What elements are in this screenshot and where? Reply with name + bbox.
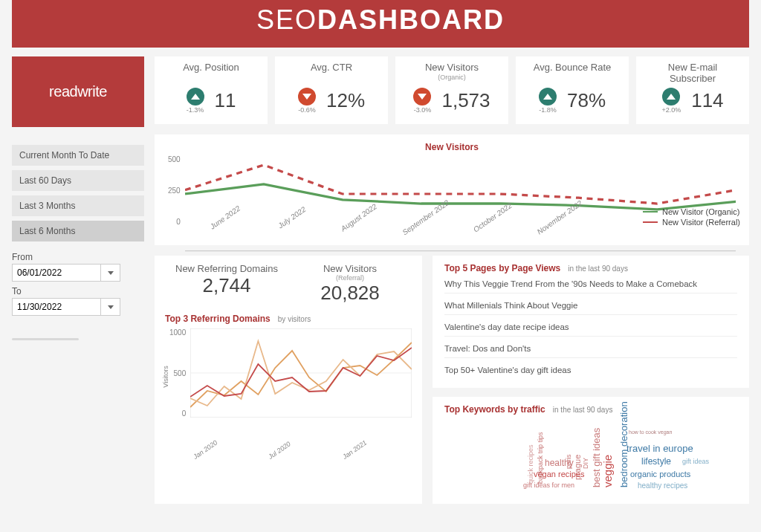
trend-up-icon bbox=[662, 88, 680, 106]
to-label: To bbox=[12, 286, 144, 296]
to-date-input[interactable] bbox=[12, 298, 101, 316]
top3-note: by visitors bbox=[278, 315, 311, 323]
visitors-yaxis: 500 250 0 bbox=[168, 155, 185, 226]
sidebar-divider bbox=[12, 338, 79, 340]
top-pages-list: Why This Veggie Trend From the '90s Need… bbox=[444, 279, 737, 379]
top-pages-panel: Top 5 Pages by Page Viewsin the last 90 … bbox=[433, 256, 749, 388]
keyword-wordcloud: travel in europelifestylegift ideasorgan… bbox=[444, 421, 737, 495]
to-date-dropdown[interactable] bbox=[101, 298, 120, 316]
kpi-avg-position: Avg. Position -1.3% 11 bbox=[155, 56, 268, 124]
visitors-legend: New Visitor (Organic) New Visitor (Refer… bbox=[643, 207, 740, 228]
kpi-avg-ctr: Avg. CTR -0.6% 12% bbox=[275, 56, 388, 124]
top-keywords-note: in the last 90 days bbox=[553, 406, 613, 414]
visitors-chart-title: New Visitors bbox=[168, 142, 736, 152]
banner-title-bold: DASHBOARD bbox=[317, 4, 505, 35]
keyword-tag[interactable]: healthy recipes bbox=[638, 481, 687, 490]
keyword-tag[interactable]: lifestyle bbox=[641, 456, 671, 467]
page-item[interactable]: Top 50+ Valentine's day gift ideas bbox=[444, 366, 737, 379]
kpi-delta: -1.8% bbox=[539, 107, 557, 114]
kpi-title: New Visitors bbox=[425, 62, 479, 73]
from-date-input[interactable] bbox=[12, 264, 101, 282]
keyword-tag[interactable]: veggie bbox=[601, 455, 614, 487]
ref-visitors-value: 20,828 bbox=[288, 282, 412, 305]
kpi-value: 12% bbox=[326, 89, 365, 112]
kpi-value: 114 bbox=[691, 89, 723, 112]
kpi-delta: +2.0% bbox=[661, 107, 681, 114]
kpi-delta: -1.3% bbox=[187, 107, 204, 114]
header-banner: SEODASHBOARD bbox=[12, 0, 749, 48]
kpi-delta: -0.6% bbox=[298, 107, 316, 114]
page-item[interactable]: Valentine's day date recipe ideas bbox=[444, 322, 737, 337]
keyword-tag[interactable]: DIY bbox=[582, 458, 589, 469]
legend-organic: New Visitor (Organic) bbox=[662, 207, 739, 216]
keyword-tag[interactable]: how to cook vegan bbox=[629, 429, 672, 435]
sidebar: readwrite Current Month To Date Last 60 … bbox=[12, 56, 144, 504]
trend-down-icon bbox=[413, 88, 431, 106]
kpi-title: Avg. Position bbox=[183, 62, 239, 73]
kpi-title: Avg. CTR bbox=[311, 62, 352, 73]
date-range-list: Current Month To Date Last 60 Days Last … bbox=[12, 145, 144, 241]
range-btn-60days[interactable]: Last 60 Days bbox=[12, 170, 144, 191]
kpi-title: New E-mail Subscriber bbox=[668, 62, 717, 84]
from-date-dropdown[interactable] bbox=[101, 264, 120, 282]
top-keywords-title: Top Keywords by traffic bbox=[444, 404, 545, 415]
ref-visitors-label: New Visitors bbox=[323, 263, 377, 274]
top3-line-chart bbox=[190, 328, 412, 418]
kpi-value: 11 bbox=[215, 89, 236, 112]
keyword-tag[interactable]: bedroom decoration bbox=[618, 401, 629, 487]
from-label: From bbox=[12, 252, 144, 262]
kpi-email-subscriber: New E-mail Subscriber +2.0% 114 bbox=[636, 56, 749, 124]
keyword-tag[interactable]: healthy bbox=[545, 458, 574, 468]
top-pages-title: Top 5 Pages by Page Views bbox=[444, 263, 560, 273]
kpi-delta: -3.0% bbox=[414, 107, 432, 114]
banner-title-light: SEO bbox=[256, 4, 317, 35]
trend-up-icon bbox=[539, 88, 557, 106]
kpi-row: Avg. Position -1.3% 11 Avg. CTR -0.6% 12… bbox=[155, 56, 749, 124]
ref-visitors-sub: (Referral) bbox=[288, 274, 412, 282]
referring-panel: New Referring Domains 2,744 New Visitors… bbox=[155, 256, 422, 504]
keyword-tag[interactable]: gift ideas bbox=[682, 458, 709, 465]
ref-domains-label: New Referring Domains bbox=[165, 263, 288, 274]
kpi-subtitle: (Organic) bbox=[403, 74, 501, 81]
keyword-tag[interactable]: best gift ideas bbox=[591, 428, 602, 487]
keyword-tag[interactable]: organic products bbox=[630, 470, 690, 479]
range-btn-6months[interactable]: Last 6 Months bbox=[12, 221, 144, 241]
page-item[interactable]: Travel: Dos and Don'ts bbox=[444, 344, 737, 358]
page-item[interactable]: Why This Veggie Trend From the '90s Need… bbox=[444, 279, 737, 293]
top-keywords-panel: Top Keywords by trafficin the last 90 da… bbox=[433, 397, 749, 504]
keyword-tag[interactable]: backpack trip tips bbox=[537, 432, 544, 484]
chevron-down-icon bbox=[108, 271, 114, 275]
ref-domains-value: 2,744 bbox=[165, 274, 288, 297]
kpi-new-visitors: New Visitors(Organic) -3.0% 1,573 bbox=[395, 56, 508, 124]
page-item[interactable]: What Millenials Think About Veggie bbox=[444, 301, 737, 315]
main-content: Avg. Position -1.3% 11 Avg. CTR -0.6% 12… bbox=[155, 56, 749, 504]
kpi-bounce-rate: Avg. Bounce Rate -1.8% 78% bbox=[516, 56, 629, 124]
kpi-title: Avg. Bounce Rate bbox=[534, 62, 612, 73]
brand-logo: readwrite bbox=[12, 56, 144, 127]
range-btn-3months[interactable]: Last 3 Months bbox=[12, 195, 144, 216]
brand-name: readwrite bbox=[49, 83, 107, 100]
range-btn-current[interactable]: Current Month To Date bbox=[12, 145, 144, 166]
new-visitors-panel: New Visitors 500 250 0 New Visitor (Orga… bbox=[155, 134, 749, 245]
kpi-value: 78% bbox=[567, 89, 606, 112]
legend-referral: New Visitor (Referral) bbox=[662, 218, 740, 227]
keyword-tag[interactable]: quick recipes bbox=[527, 444, 534, 484]
kpi-value: 1,573 bbox=[441, 89, 490, 112]
top3-chart: Visitors 1000 500 0 Jan 2020 bbox=[165, 328, 412, 440]
trend-up-icon bbox=[187, 88, 204, 106]
trend-down-icon bbox=[298, 88, 316, 106]
chevron-down-icon bbox=[108, 305, 114, 309]
keyword-tag[interactable]: travel in europe bbox=[626, 443, 693, 454]
top3-ylabel: Visitors bbox=[162, 366, 169, 387]
top-pages-note: in the last 90 days bbox=[568, 265, 628, 273]
top3-title: Top 3 Referring Domains bbox=[165, 314, 271, 324]
